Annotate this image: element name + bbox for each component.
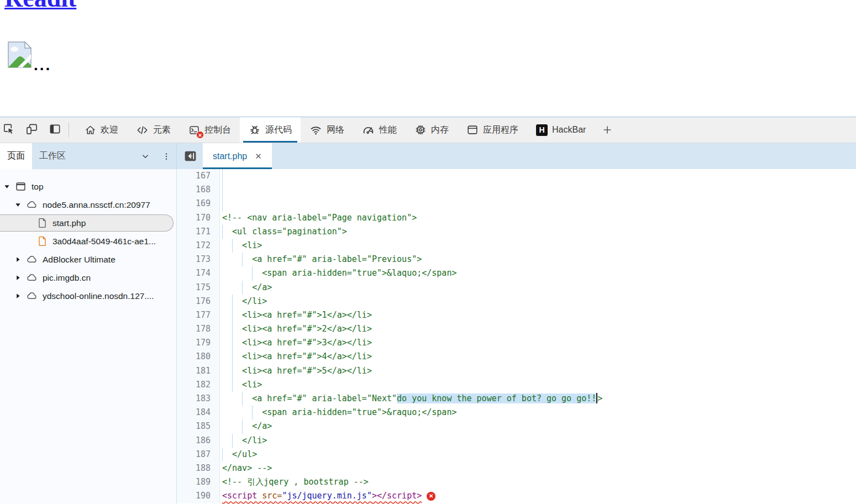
devtools-tab-console[interactable]: ✕ 控制台 [180, 117, 240, 143]
code-line-text[interactable]: </a> [220, 281, 856, 295]
line-number[interactable]: 190 [177, 489, 220, 503]
expand-arrow-icon[interactable] [3, 183, 10, 190]
error-underlined-code: <script src="js/jquery.min.js"></script> [222, 491, 422, 501]
code-line-text[interactable]: <a href="#" aria-label="Previous"> [220, 253, 856, 266]
line-number[interactable]: 185 [177, 419, 220, 433]
code-line-text[interactable]: <li><a href="#">4</a></li> [220, 350, 856, 364]
code-line-text[interactable] [220, 169, 856, 183]
add-panel-button[interactable] [595, 117, 620, 143]
tree-item-adblocker-ultimate[interactable]: AdBlocker Ultimate [0, 250, 176, 269]
code-line-text[interactable]: <li> [220, 378, 856, 392]
line-number[interactable]: 189 [177, 475, 220, 489]
line-number[interactable]: 172 [177, 239, 220, 253]
code-line-text[interactable]: </li> [220, 295, 856, 308]
navigator-toggle-icon [183, 149, 197, 163]
editor-file-tab[interactable]: start.php ✕ [203, 143, 272, 169]
code-line-text[interactable]: <li><a href="#">3</a></li> [220, 336, 856, 350]
line-number[interactable]: 181 [177, 364, 220, 378]
line-number[interactable]: 169 [177, 197, 220, 211]
close-icon[interactable]: ✕ [255, 151, 262, 161]
code-token: <script [222, 491, 262, 501]
devtools-tab-performance[interactable]: 性能 [353, 117, 406, 143]
device-emulation-button[interactable] [24, 123, 39, 137]
line-error-badge[interactable]: ✕ [427, 492, 435, 501]
line-number[interactable]: 184 [177, 406, 220, 419]
broken-image-icon [7, 41, 33, 69]
tree-item-ydschool-online-nosdn-127-[interactable]: ydschool-online.nosdn.127.... [0, 287, 176, 305]
expand-arrow-icon[interactable] [14, 202, 21, 208]
collapse-arrow-icon[interactable] [14, 293, 21, 299]
code-token: <li> [222, 380, 262, 390]
code-line-text[interactable]: </ul> [220, 448, 856, 461]
code-line-text[interactable]: <a href="#" aria-label="Next"do you know… [220, 392, 856, 406]
line-number[interactable]: 179 [177, 336, 220, 350]
tree-item-pic-imgdb-cn[interactable]: pic.imgdb.cn [0, 269, 176, 287]
code-line-175: 175 </a> [177, 281, 856, 295]
line-number[interactable]: 178 [177, 322, 220, 336]
line-number[interactable]: 174 [177, 266, 220, 280]
code-line-text[interactable]: </a> [220, 419, 856, 433]
inspect-element-button[interactable] [1, 123, 15, 137]
code-text: </a> [222, 282, 272, 292]
code-line-text[interactable]: <span aria-hidden="true">&laquo;</span> [220, 266, 856, 280]
code-line-text[interactable] [220, 197, 856, 211]
collapse-arrow-icon[interactable] [14, 256, 21, 262]
code-token: </script> [377, 491, 422, 501]
sidebar-tab-workspace[interactable]: 工作区 [32, 143, 73, 169]
console-error-badge: ✕ [196, 131, 204, 139]
tree-item-node5-anna-nssctf-cn-20977[interactable]: node5.anna.nssctf.cn:20977 [0, 196, 176, 214]
line-number[interactable]: 175 [177, 281, 220, 295]
line-number[interactable]: 176 [177, 295, 220, 308]
devtools-tab-welcome[interactable]: 欢迎 [76, 117, 127, 143]
code-line-text[interactable]: <!-- <nav aria-label="Page navigation"> [220, 211, 856, 225]
collapse-arrow-icon[interactable] [14, 275, 21, 281]
devtools-tab-memory[interactable]: 内存 [406, 117, 458, 143]
devtools-tab-hackbar[interactable]: H HackBar [527, 117, 595, 143]
line-number[interactable]: 182 [177, 378, 220, 392]
devtools-tab-sources[interactable]: 源代码 [240, 117, 301, 143]
line-number[interactable]: 167 [177, 169, 220, 183]
broken-image: ... [7, 41, 51, 69]
code-line-text[interactable]: </nav> --> [220, 461, 856, 475]
line-number[interactable]: 173 [177, 253, 220, 266]
code-line-text[interactable]: <li> [220, 239, 856, 253]
devtools-tab-elements[interactable]: 元素 [127, 117, 180, 143]
line-number[interactable]: 180 [177, 350, 220, 364]
panel-layout-icon [49, 123, 61, 138]
tree-item-3a0d4aaf-5049-461c-ae1-[interactable]: 3a0d4aaf-5049-461c-ae1... [0, 232, 176, 250]
more-options-kebab-icon[interactable] [160, 150, 173, 163]
code-line-text[interactable]: <li><a href="#">5</a></li> [220, 364, 856, 378]
source-code-editor[interactable]: 167168169170<!-- <nav aria-label="Page n… [177, 169, 856, 504]
line-number[interactable]: 177 [177, 308, 220, 322]
code-line-173: 173 <a href="#" aria-label="Previous"> [177, 253, 856, 266]
line-number[interactable]: 187 [177, 448, 220, 461]
code-line-text[interactable]: </li> [220, 434, 856, 448]
code-line-text[interactable]: <li><a href="#">2</a></li> [220, 322, 856, 336]
code-line-text[interactable] [220, 183, 856, 197]
sidebar-tab-page[interactable]: 页面 [0, 143, 32, 169]
readit-link[interactable]: Readit [4, 0, 76, 13]
devtools-tab-network[interactable]: 网络 [301, 117, 353, 143]
code-text: </a> [222, 421, 272, 431]
code-line-text[interactable]: <span aria-hidden="true">&raquo;</span> [220, 406, 856, 419]
panel-layout-button[interactable] [48, 123, 62, 137]
cloud-icon [26, 272, 38, 284]
tree-item-top[interactable]: top [0, 177, 176, 196]
line-number[interactable]: 183 [177, 392, 220, 406]
sidebar-tab-controls [139, 143, 173, 169]
line-number[interactable]: 188 [177, 461, 220, 475]
tree-item-start-php[interactable]: start.php [0, 214, 176, 232]
code-line-text[interactable]: <ul class="pagination"> [220, 225, 856, 239]
code-line-text[interactable]: <!-- 引入jqery , bootstrap --> [220, 475, 856, 489]
line-number[interactable]: 171 [177, 225, 220, 239]
code-line-text[interactable]: <li><a href="#">1</a></li> [220, 308, 856, 322]
devtools-tab-application[interactable]: 应用程序 [458, 117, 527, 143]
line-number[interactable]: 168 [177, 183, 220, 197]
chevron-down-icon[interactable] [139, 150, 152, 163]
cloud-icon [26, 290, 38, 302]
line-number[interactable]: 186 [177, 434, 220, 448]
code-text: <li><a href="#">5</a></li> [222, 366, 372, 376]
toggle-navigator-button[interactable] [177, 143, 203, 169]
code-line-text[interactable]: <script src="js/jquery.min.js"></script>… [220, 489, 856, 503]
line-number[interactable]: 170 [177, 211, 220, 225]
